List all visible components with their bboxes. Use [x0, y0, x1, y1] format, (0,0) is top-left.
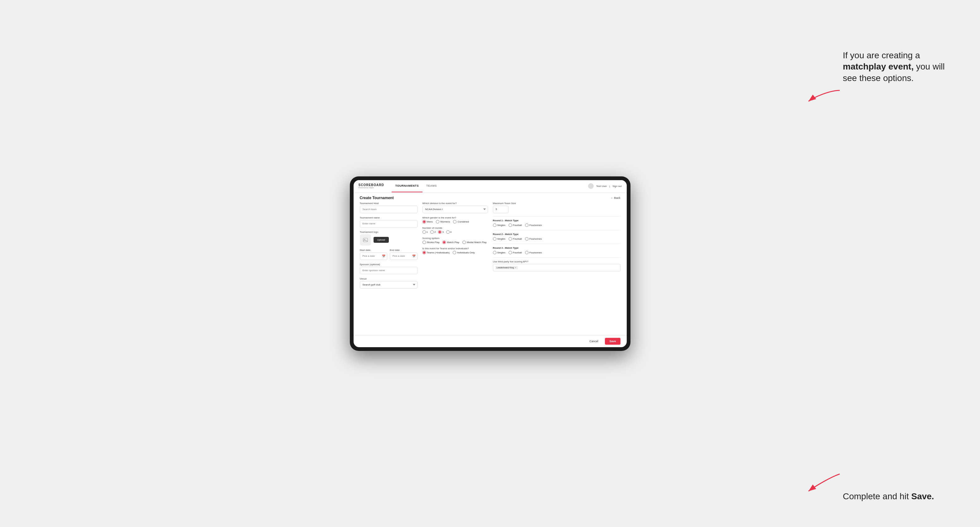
round-1-label: 1 — [426, 231, 428, 233]
round2-label: Round 2 - Match Type — [493, 233, 620, 236]
round-3-label: 3 — [442, 231, 443, 233]
logo-title: SCOREBOARD — [359, 184, 384, 187]
end-date-label: End date — [390, 249, 417, 251]
logo-area: SCOREBOARD Powered by clippit — [359, 184, 384, 189]
form-body: Tournament Host Tournament name Tourname… — [353, 202, 627, 335]
round3-fourball[interactable]: Fourball — [509, 251, 522, 254]
start-date-field: Start date 📅 — [360, 249, 388, 260]
round1-label: Round 1 - Match Type — [493, 219, 620, 222]
tournament-name-input[interactable] — [360, 220, 417, 227]
round2-match-type: Round 2 - Match Type Singles Fourball — [493, 230, 620, 241]
max-team-size-input[interactable] — [493, 206, 509, 213]
round2-fourball-label: Fourball — [513, 238, 522, 240]
logo-placeholder-icon — [360, 234, 371, 246]
round-2[interactable]: 2 — [430, 230, 436, 234]
round2-fourball[interactable]: Fourball — [509, 237, 522, 241]
annotation-right: If you are creating a matchplay event, y… — [843, 50, 949, 84]
scoring-medal-label: Medal Match Play — [467, 241, 487, 244]
round3-radio-group: Singles Fourball Foursomes — [493, 251, 620, 254]
gender-field: Which gender is the event for? Mens Wome… — [423, 216, 488, 224]
venue-select[interactable]: Search golf club — [360, 281, 417, 289]
logo-upload-row: Upload — [360, 234, 417, 246]
round-2-label: 2 — [434, 231, 436, 233]
form-col-right: Maximum Team Size Round 1 - Match Type S… — [493, 202, 620, 333]
round2-foursomes[interactable]: Foursomes — [525, 237, 542, 241]
gender-combined-label: Combined — [457, 220, 469, 223]
scoring-medal[interactable]: Medal Match Play — [462, 241, 487, 244]
arrow-bottom-save — [805, 471, 843, 496]
sponsor-field: Sponsor (optional) — [360, 263, 417, 274]
start-date-input[interactable] — [360, 252, 388, 260]
back-button[interactable]: ← Back — [611, 196, 620, 200]
tournament-host-input[interactable] — [360, 206, 417, 213]
teams-teams[interactable]: Teams (+Individuals) — [423, 251, 450, 254]
api-tag-input[interactable]: Leaderboard King × — [493, 264, 620, 271]
sponsor-input[interactable] — [360, 267, 417, 274]
page-title: Create Tournament — [360, 196, 394, 200]
gender-mens-label: Mens — [427, 220, 433, 223]
teams-individuals-label: Individuals Only — [457, 251, 474, 254]
round3-singles[interactable]: Singles — [493, 251, 506, 254]
tournament-host-field: Tournament Host — [360, 202, 417, 213]
round1-foursomes[interactable]: Foursomes — [525, 224, 542, 227]
division-field: Which division is the event for? NCAA Di… — [423, 202, 488, 213]
round-1[interactable]: 1 — [423, 230, 428, 234]
round3-singles-label: Singles — [497, 251, 506, 254]
third-party-api-field: Use third-party live scoring API? Leader… — [493, 257, 620, 271]
tab-tournaments[interactable]: TOURNAMENTS — [391, 180, 423, 193]
teams-label: Is this event for Teams and/or Individua… — [423, 247, 488, 250]
api-tag-close-icon[interactable]: × — [515, 266, 516, 269]
round1-foursomes-label: Foursomes — [530, 224, 542, 227]
gender-mens[interactable]: Mens — [423, 220, 433, 224]
scoring-match[interactable]: Match Play — [442, 241, 459, 244]
gender-womens[interactable]: Womens — [436, 220, 450, 224]
form-footer: Cancel Save — [353, 335, 627, 347]
round-4-label: 4 — [450, 231, 452, 233]
round3-foursomes[interactable]: Foursomes — [525, 251, 542, 254]
nav-tabs: TOURNAMENTS TEAMS — [391, 180, 589, 193]
round1-radio-group: Singles Fourball Foursomes — [493, 224, 620, 227]
round3-label: Round 3 - Match Type — [493, 246, 620, 249]
teams-radio-group: Teams (+Individuals) Individuals Only — [423, 251, 488, 254]
rounds-field: Number of rounds 1 2 — [423, 227, 488, 234]
page-content: Create Tournament ← Back Tournament Host… — [353, 193, 627, 347]
third-party-label: Use third-party live scoring API? — [493, 260, 620, 263]
round2-singles-label: Singles — [497, 238, 506, 240]
tournament-host-label: Tournament Host — [360, 202, 417, 205]
end-date-field: End date 📅 — [390, 249, 417, 260]
division-select[interactable]: NCAA Division I — [423, 206, 488, 213]
save-button[interactable]: Save — [605, 338, 620, 345]
tab-teams[interactable]: TEAMS — [423, 180, 441, 193]
round2-singles[interactable]: Singles — [493, 237, 506, 241]
round1-fourball[interactable]: Fourball — [509, 224, 522, 227]
cancel-button[interactable]: Cancel — [585, 338, 602, 345]
sponsor-label: Sponsor (optional) — [360, 263, 417, 266]
arrow-right-matchplay — [805, 87, 843, 106]
gender-combined[interactable]: Combined — [453, 220, 469, 224]
gender-label: Which gender is the event for? — [423, 216, 488, 219]
round-4[interactable]: 4 — [446, 230, 452, 234]
end-date-wrap: 📅 — [390, 252, 417, 260]
logo-sub: Powered by clippit — [359, 187, 384, 189]
nav-right: Test User | Sign out — [588, 183, 621, 189]
gender-radio-group: Mens Womens Combined — [423, 220, 488, 224]
rounds-label: Number of rounds — [423, 227, 488, 229]
teams-field: Is this event for Teams and/or Individua… — [423, 247, 488, 254]
tablet-frame: SCOREBOARD Powered by clippit TOURNAMENT… — [350, 176, 630, 351]
user-name: Test User — [596, 185, 607, 187]
teams-individuals[interactable]: Individuals Only — [453, 251, 474, 254]
date-row: Start date 📅 End date 📅 — [360, 249, 417, 260]
top-nav: SCOREBOARD Powered by clippit TOURNAMENT… — [353, 180, 627, 193]
round-3[interactable]: 3 — [438, 230, 443, 234]
tournament-name-field: Tournament name — [360, 216, 417, 227]
upload-button[interactable]: Upload — [374, 237, 389, 243]
gender-womens-label: Womens — [440, 220, 450, 223]
venue-field: Venue Search golf club — [360, 277, 417, 289]
end-date-input[interactable] — [390, 252, 417, 260]
round1-singles[interactable]: Singles — [493, 224, 506, 227]
scoring-field: Scoring system Stroke Play Match Play — [423, 237, 488, 244]
sign-out-link[interactable]: Sign out — [612, 185, 621, 187]
max-team-size-label: Maximum Team Size — [493, 202, 620, 205]
tournament-name-label: Tournament name — [360, 216, 417, 219]
scoring-stroke[interactable]: Stroke Play — [423, 241, 440, 244]
